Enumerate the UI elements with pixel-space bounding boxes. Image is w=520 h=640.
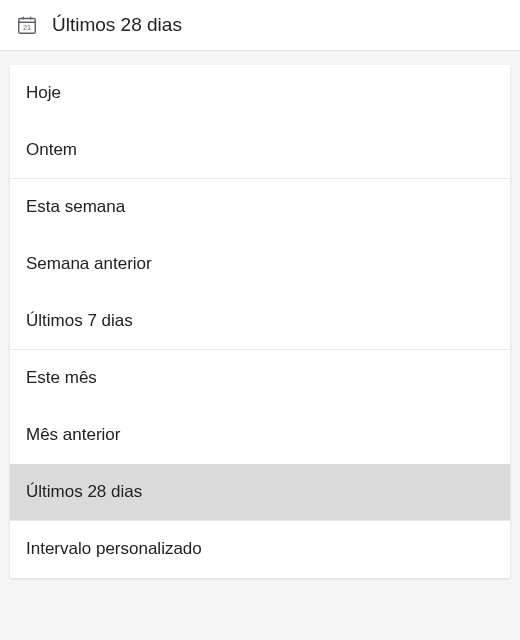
option-label: Ontem [26,140,77,159]
calendar-icon: 21 [16,14,38,36]
option-custom-range[interactable]: Intervalo personalizado [10,521,510,578]
option-previous-week[interactable]: Semana anterior [10,236,510,293]
option-previous-month[interactable]: Mês anterior [10,407,510,464]
date-range-header[interactable]: 21 Últimos 28 dias [0,0,520,51]
option-label: Hoje [26,83,61,102]
option-label: Últimos 28 dias [26,482,142,501]
option-label: Mês anterior [26,425,120,444]
option-today[interactable]: Hoje [10,65,510,122]
date-range-dropdown: Hoje Ontem Esta semana Semana anterior Ú… [10,65,510,578]
option-yesterday[interactable]: Ontem [10,122,510,179]
option-label: Últimos 7 dias [26,311,133,330]
svg-text:21: 21 [23,23,31,32]
option-label: Semana anterior [26,254,152,273]
option-label: Intervalo personalizado [26,539,202,558]
option-last-7-days[interactable]: Últimos 7 dias [10,293,510,350]
option-label: Esta semana [26,197,125,216]
selected-range-label: Últimos 28 dias [52,14,182,36]
option-this-week[interactable]: Esta semana [10,179,510,236]
option-last-28-days[interactable]: Últimos 28 dias [10,464,510,521]
option-label: Este mês [26,368,97,387]
option-this-month[interactable]: Este mês [10,350,510,407]
